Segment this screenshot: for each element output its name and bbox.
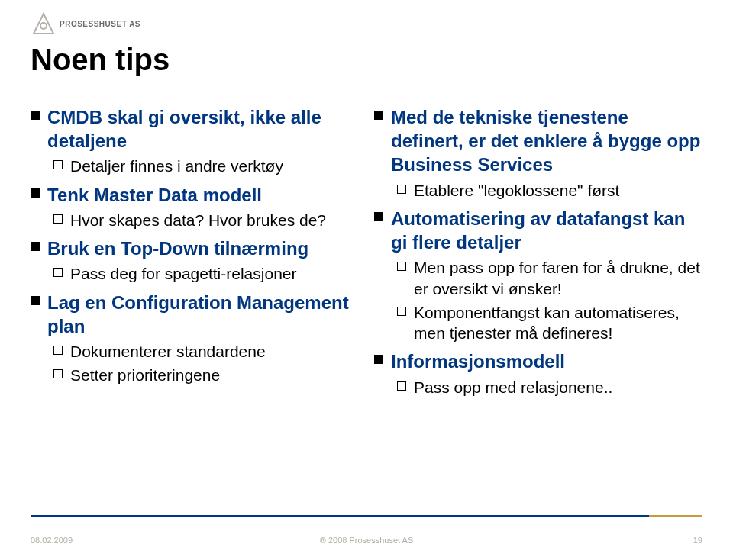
bullet-hollow-icon <box>397 381 406 391</box>
logo: PROSESSHUSET AS <box>31 11 140 37</box>
bullet-filled-icon <box>31 188 40 198</box>
list-item: Detaljer finnes i andre verktøy <box>53 156 359 176</box>
footer-divider <box>31 515 702 517</box>
list-item: Tenk Master Data modell <box>31 183 359 207</box>
list-item-text: Pass deg for spagetti-relasjoner <box>70 263 297 284</box>
bullet-filled-icon <box>374 212 383 221</box>
list-item-text: Dokumenterer standardene <box>70 341 266 362</box>
bullet-filled-icon <box>374 355 383 364</box>
list-item-text: Tenk Master Data modell <box>47 183 262 207</box>
list-item-text: Bruk en Top-Down tilnærming <box>47 237 308 260</box>
list-item: Med de tekniske tjenestene definert, er … <box>374 105 702 177</box>
logo-mark-icon <box>31 11 57 37</box>
bullet-hollow-icon <box>53 369 63 378</box>
list-item-text: Setter prioriteringene <box>70 365 220 385</box>
list-item: Bruk en Top-Down tilnærming <box>31 237 359 260</box>
list-item: Dokumenterer standardene <box>53 341 359 362</box>
list-item: Pass opp med relasjonene.. <box>397 377 702 397</box>
list-item: Komponentfangst kan automatiseres, men t… <box>397 302 702 344</box>
list-item: CMDB skal gi oversikt, ikke alle detalje… <box>31 105 359 153</box>
svg-point-0 <box>40 23 47 29</box>
bullet-filled-icon <box>31 242 40 251</box>
list-item: Pass deg for spagetti-relasjoner <box>53 263 359 284</box>
list-item-text: Etablere "legoklossene" først <box>414 180 619 201</box>
list-item: Informasjonsmodell <box>374 349 702 373</box>
bullet-hollow-icon <box>397 262 406 271</box>
list-item-text: Lag en Configuration Management plan <box>47 291 359 338</box>
logo-text: PROSESSHUSET AS <box>60 20 140 28</box>
bullet-hollow-icon <box>397 185 406 194</box>
footer-page-number: 19 <box>693 536 702 545</box>
list-item: Setter prioriteringene <box>53 365 359 385</box>
bullet-hollow-icon <box>53 160 63 169</box>
bullet-hollow-icon <box>397 307 406 316</box>
footer-date: 08.02.2009 <box>31 536 73 545</box>
list-item-text: Komponentfangst kan automatiseres, men t… <box>414 302 702 344</box>
list-item-text: CMDB skal gi oversikt, ikke alle detalje… <box>47 105 359 153</box>
footer-copyright: ® 2008 Prosesshuset AS <box>320 536 413 545</box>
list-item-text: Detaljer finnes i andre verktøy <box>70 156 283 176</box>
list-item: Lag en Configuration Management plan <box>31 291 359 338</box>
list-item-text: Pass opp med relasjonene.. <box>414 377 612 397</box>
right-column: Med de tekniske tjenestene definert, er … <box>374 99 702 401</box>
slide-title: Noen tips <box>31 43 170 77</box>
bullet-hollow-icon <box>53 214 63 224</box>
list-item-text: Hvor skapes data? Hvor brukes de? <box>70 210 326 230</box>
left-column: CMDB skal gi oversikt, ikke alle detalje… <box>31 99 359 401</box>
list-item-text: Med de tekniske tjenestene definert, er … <box>391 105 702 177</box>
list-item: Men pass opp for faren for å drukne, det… <box>397 257 702 299</box>
bullet-hollow-icon <box>53 268 63 277</box>
list-item: Hvor skapes data? Hvor brukes de? <box>53 210 359 230</box>
list-item-text: Men pass opp for faren for å drukne, det… <box>414 257 702 299</box>
bullet-filled-icon <box>31 111 40 120</box>
bullet-filled-icon <box>374 111 383 120</box>
slide-body: CMDB skal gi oversikt, ikke alle detalje… <box>31 99 702 401</box>
footer-accent <box>649 515 702 517</box>
list-item-text: Informasjonsmodell <box>391 349 565 373</box>
logo-divider <box>31 37 137 37</box>
list-item: Automatisering av datafangst kan gi fler… <box>374 207 702 254</box>
list-item-text: Automatisering av datafangst kan gi fler… <box>391 207 702 254</box>
list-item: Etablere "legoklossene" først <box>397 180 702 201</box>
bullet-hollow-icon <box>53 346 63 355</box>
bullet-filled-icon <box>31 296 40 305</box>
